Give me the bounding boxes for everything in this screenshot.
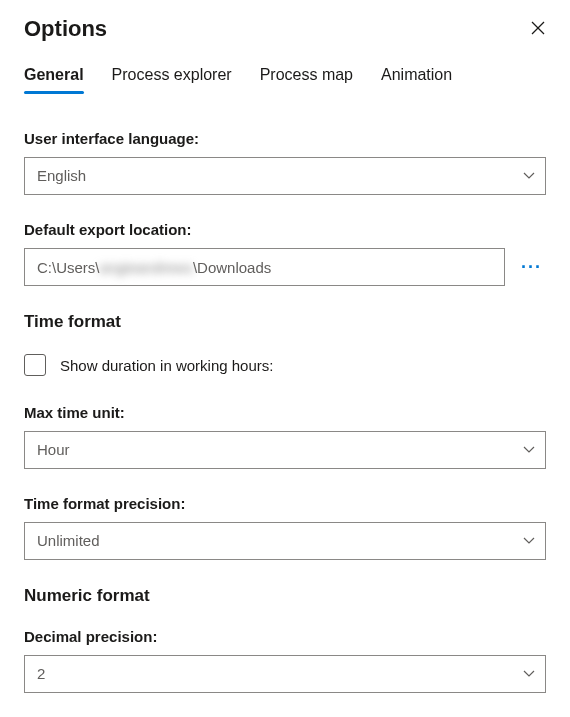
time-precision-select[interactable]: Unlimited: [24, 522, 546, 560]
ui-language-value: English: [24, 157, 546, 195]
ui-language-field: User interface language: English: [24, 130, 546, 195]
time-precision-value: Unlimited: [24, 522, 546, 560]
max-time-unit-label: Max time unit:: [24, 404, 546, 421]
dialog-header: Options: [24, 16, 546, 42]
tab-general[interactable]: General: [24, 66, 84, 94]
max-time-unit-value: Hour: [24, 431, 546, 469]
export-path-prefix: C:\Users\: [37, 259, 100, 276]
tab-process-explorer[interactable]: Process explorer: [112, 66, 232, 94]
ui-language-select[interactable]: English: [24, 157, 546, 195]
max-time-unit-field: Max time unit: Hour: [24, 404, 546, 469]
time-format-section-title: Time format: [24, 312, 546, 332]
close-icon[interactable]: [530, 20, 546, 36]
export-location-input[interactable]: C:\Users\angieandrews\Downloads: [24, 248, 505, 286]
show-duration-checkbox[interactable]: [24, 354, 46, 376]
time-precision-field: Time format precision: Unlimited: [24, 495, 546, 560]
export-path-redacted: angieandrews: [100, 259, 193, 276]
time-precision-label: Time format precision:: [24, 495, 546, 512]
show-duration-label: Show duration in working hours:: [60, 357, 273, 374]
decimal-precision-value: 2: [24, 655, 546, 693]
export-path-suffix: \Downloads: [193, 259, 271, 276]
export-location-row: C:\Users\angieandrews\Downloads ···: [24, 248, 546, 286]
max-time-unit-select[interactable]: Hour: [24, 431, 546, 469]
numeric-format-section-title: Numeric format: [24, 586, 546, 606]
more-icon[interactable]: ···: [517, 257, 546, 278]
export-location-field: Default export location: C:\Users\angiea…: [24, 221, 546, 286]
decimal-precision-select[interactable]: 2: [24, 655, 546, 693]
dialog-title: Options: [24, 16, 107, 42]
decimal-precision-field: Decimal precision: 2: [24, 628, 546, 693]
ui-language-label: User interface language:: [24, 130, 546, 147]
tab-process-map[interactable]: Process map: [260, 66, 353, 94]
show-duration-row: Show duration in working hours:: [24, 354, 546, 376]
tab-animation[interactable]: Animation: [381, 66, 452, 94]
export-location-label: Default export location:: [24, 221, 546, 238]
decimal-precision-label: Decimal precision:: [24, 628, 546, 645]
tab-bar: General Process explorer Process map Ani…: [24, 66, 546, 94]
